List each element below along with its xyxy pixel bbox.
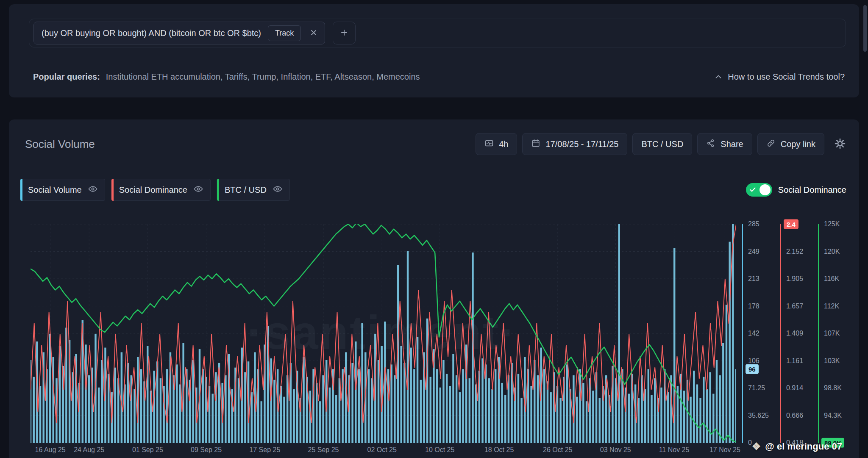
popular-queries-row: Popular queries: Institutional ETH accum… xyxy=(33,72,845,82)
axis-tick-label: 106 xyxy=(748,357,760,365)
chart-header: Social Volume 4h 17/08/25 - 17/11/25 BTC… xyxy=(25,132,847,156)
x-axis-label: 11 Nov 25 xyxy=(659,446,690,454)
axis-tick-label: 107K xyxy=(824,330,840,337)
y-axis-social-dominance: 2.1521.9051.6571.4091.1610.9140.6660.418… xyxy=(780,224,817,443)
axis-tick-label: 125K xyxy=(824,220,840,228)
eye-icon[interactable] xyxy=(273,184,283,196)
date-range-button[interactable]: 17/08/25 - 17/11/25 xyxy=(522,133,627,155)
query-text: (buy OR buying OR bought) AND (bitcoin O… xyxy=(42,28,261,38)
axis-line xyxy=(818,224,819,443)
x-axis-label: 24 Aug 25 xyxy=(74,446,104,454)
axis-tick-label: 103K xyxy=(824,357,840,365)
toggle-label: Social Dominance xyxy=(778,185,846,195)
x-axis-label: 16 Aug 25 xyxy=(35,446,66,454)
copy-link-label: Copy link xyxy=(781,139,815,149)
current-value-badge: 2.4 xyxy=(784,219,798,229)
x-axis-labels: 16 Aug 2524 Aug 2501 Sep 2509 Sep 2517 S… xyxy=(31,446,736,457)
axis-tick-label: 285 xyxy=(748,220,760,228)
page-title: Social Volume xyxy=(25,138,95,151)
query-input-bar[interactable]: (buy OR buying OR bought) AND (bitcoin O… xyxy=(29,19,846,47)
axis-tick-label: 98.8K xyxy=(824,384,842,392)
gear-icon xyxy=(835,138,846,150)
legend-row: Social Volume Social Dominance BTC / USD xyxy=(20,179,846,201)
credit-watermark: ❖ @ el meringue 07 xyxy=(752,441,842,452)
axis-tick-label: 178 xyxy=(748,303,760,310)
axis-tick-label: 35.625 xyxy=(748,412,769,419)
legend-label: Social Dominance xyxy=(119,185,187,195)
credit-text: @ el meringue 07 xyxy=(765,441,842,452)
axis-tick-label: 249 xyxy=(748,248,760,255)
plus-icon xyxy=(339,28,349,39)
legend-chip-btc-usd[interactable]: BTC / USD xyxy=(217,179,290,201)
help-link-label: How to use Social Trends tool? xyxy=(728,72,845,82)
legend-chip-social-volume[interactable]: Social Volume xyxy=(20,179,105,201)
legend-label: BTC / USD xyxy=(225,185,267,195)
pair-label: BTC / USD xyxy=(641,139,683,149)
x-axis-label: 26 Oct 25 xyxy=(543,446,572,454)
eye-icon[interactable] xyxy=(88,184,98,196)
axis-tick-label: 116K xyxy=(824,275,839,283)
check-icon xyxy=(750,187,756,194)
x-axis-label: 01 Sep 25 xyxy=(132,446,163,454)
chart-toolbar: 4h 17/08/25 - 17/11/25 BTC / USD Share xyxy=(476,133,847,155)
interval-icon xyxy=(484,139,494,150)
axis-tick-label: 142 xyxy=(748,330,760,337)
toggle-knob xyxy=(760,184,771,195)
eye-icon[interactable] xyxy=(193,184,203,196)
query-chip[interactable]: (buy OR buying OR bought) AND (bitcoin O… xyxy=(33,22,325,44)
axis-tick-label: 0 xyxy=(748,439,752,447)
axis-tick-label: 1.905 xyxy=(786,275,803,283)
axis-line xyxy=(780,224,781,443)
social-dominance-toggle[interactable] xyxy=(746,183,772,197)
chart-plot-area[interactable] xyxy=(31,224,736,443)
y-axis-social-volume: 28524921317814210671.2535.625096 xyxy=(742,224,779,443)
help-link[interactable]: How to use Social Trends tool? xyxy=(714,72,845,82)
axis-tick-label: 112K xyxy=(824,303,839,310)
axis-tick-label: 120K xyxy=(824,248,840,255)
x-axis-label: 02 Oct 25 xyxy=(367,446,397,454)
legend-label: Social Volume xyxy=(28,185,82,195)
axis-tick-label: 213 xyxy=(748,275,760,283)
scrollbar-thumb[interactable] xyxy=(863,5,867,52)
pair-button[interactable]: BTC / USD xyxy=(632,133,692,155)
x-axis-label: 25 Sep 25 xyxy=(308,446,339,454)
axis-line xyxy=(742,224,743,443)
x-axis-label: 03 Nov 25 xyxy=(600,446,631,454)
add-query-button[interactable] xyxy=(333,22,356,44)
chevron-up-icon xyxy=(714,72,723,82)
share-icon xyxy=(706,139,715,150)
social-volume-panel: Social Volume 4h 17/08/25 - 17/11/25 BTC… xyxy=(9,119,859,458)
social-dominance-toggle-group: Social Dominance xyxy=(746,183,846,197)
interval-button[interactable]: 4h xyxy=(476,133,517,155)
share-button[interactable]: Share xyxy=(697,133,752,155)
interval-label: 4h xyxy=(499,139,508,149)
calendar-icon xyxy=(531,139,540,150)
track-button[interactable]: Track xyxy=(268,25,301,41)
legend-accent-bar xyxy=(217,179,219,201)
close-icon xyxy=(309,28,318,38)
axis-tick-label: 71.25 xyxy=(748,384,765,392)
popular-queries-label: Popular queries: xyxy=(33,72,100,82)
settings-button[interactable] xyxy=(833,136,847,152)
legend-accent-bar xyxy=(111,179,114,201)
axis-tick-label: 94.3K xyxy=(824,412,842,419)
axis-tick-label: 0.914 xyxy=(786,384,803,392)
legend-accent-bar xyxy=(20,179,22,201)
link-icon xyxy=(766,139,776,150)
axis-tick-label: 0.666 xyxy=(786,412,803,419)
axis-tick-label: 1.409 xyxy=(786,330,803,337)
date-range-label: 17/08/25 - 17/11/25 xyxy=(545,139,618,149)
diamond-icon: ❖ xyxy=(752,441,761,452)
copy-link-button[interactable]: Copy link xyxy=(757,133,824,155)
y-axis-btc-usd: 125K120K116K112K107K103K98.8K94.3K89.9K xyxy=(818,224,854,443)
legend-chip-social-dominance[interactable]: Social Dominance xyxy=(111,179,211,201)
remove-query-button[interactable] xyxy=(308,27,320,40)
axis-tick-label: 1.161 xyxy=(786,357,803,365)
popular-queries-list[interactable]: Institutional ETH accumulation, Tariffs,… xyxy=(106,72,420,82)
axis-tick-label: 2.152 xyxy=(786,248,803,255)
x-axis-label: 09 Sep 25 xyxy=(191,446,222,454)
x-axis-label: 10 Oct 25 xyxy=(425,446,454,454)
x-axis-label: 17 Sep 25 xyxy=(249,446,280,454)
current-value-badge: 96 xyxy=(746,364,759,374)
share-label: Share xyxy=(721,139,743,149)
